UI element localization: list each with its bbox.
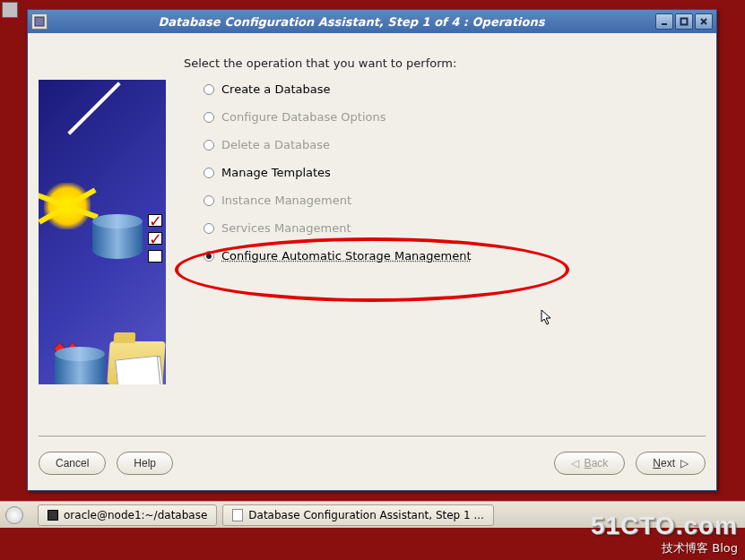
svg-rect-0: [35, 17, 44, 26]
taskbar-dbca-label: Database Configuration Assistant, Step 1…: [248, 509, 484, 521]
taskbar-dbca[interactable]: Database Configuration Assistant, Step 1…: [222, 504, 494, 526]
svg-rect-2: [681, 19, 688, 25]
chevron-left-icon: ◁: [571, 457, 579, 470]
operation-choices: Select the operation that you want to pe…: [184, 44, 706, 430]
close-button[interactable]: [695, 13, 713, 30]
desktop-launcher-icon[interactable]: [2, 2, 18, 18]
radio-icon: [204, 112, 214, 123]
wizard-illustration: ✓ ✓ ✖: [39, 80, 166, 384]
divider: [39, 435, 706, 438]
radio-label: Instance Management: [221, 194, 351, 207]
radio-icon: [204, 223, 214, 234]
radio-option: Delete a Database: [204, 138, 706, 151]
radio-label: Configure Automatic Storage Management: [221, 249, 472, 263]
back-button[interactable]: ◁ Back: [554, 452, 626, 475]
radio-icon: [204, 84, 214, 95]
radio-option: Instance Management: [204, 194, 706, 207]
content-area: ✓ ✓ ✖ Select the operation that you want…: [28, 33, 716, 490]
cursor-icon: [541, 309, 553, 329]
taskbar: oracle@node1:~/database Database Configu…: [0, 501, 745, 528]
radio-label: Manage Templates: [221, 166, 331, 179]
radio-icon: [204, 195, 214, 206]
minimize-button[interactable]: [655, 13, 673, 30]
wizard-buttons: Cancel Help ◁ Back Next ▷: [39, 447, 706, 479]
radio-option[interactable]: Create a Database: [204, 82, 706, 96]
titlebar: Database Configuration Assistant, Step 1…: [28, 10, 716, 33]
window-icon: [232, 509, 243, 521]
radio-label: Configure Database Options: [221, 110, 385, 124]
radio-icon: [204, 251, 214, 262]
start-button-icon[interactable]: [5, 506, 23, 524]
radio-icon: [204, 140, 214, 151]
radio-label: Services Management: [221, 221, 351, 235]
cancel-button[interactable]: Cancel: [39, 452, 106, 475]
taskbar-terminal-label: oracle@node1:~/database: [64, 509, 207, 521]
radio-label: Delete a Database: [221, 138, 330, 151]
chevron-right-icon: ▷: [680, 457, 689, 470]
app-icon: [31, 13, 48, 30]
maximize-button[interactable]: [675, 13, 693, 30]
dbca-window: Database Configuration Assistant, Step 1…: [27, 9, 717, 491]
prompt-text: Select the operation that you want to pe…: [184, 56, 706, 70]
next-button[interactable]: Next ▷: [636, 452, 706, 475]
terminal-icon: [48, 510, 58, 521]
window-controls: [655, 13, 713, 30]
radio-label: Create a Database: [221, 82, 330, 96]
watermark-sub: 技术博客 Blog: [662, 540, 738, 556]
radio-option[interactable]: Manage Templates: [204, 166, 706, 179]
radio-option: Configure Database Options: [204, 110, 706, 124]
radio-option[interactable]: Configure Automatic Storage Management: [204, 249, 706, 263]
radio-option: Services Management: [204, 221, 706, 235]
radio-icon: [204, 168, 214, 178]
taskbar-terminal[interactable]: oracle@node1:~/database: [38, 504, 217, 526]
window-title: Database Configuration Assistant, Step 1…: [53, 15, 650, 29]
help-button[interactable]: Help: [117, 452, 173, 475]
